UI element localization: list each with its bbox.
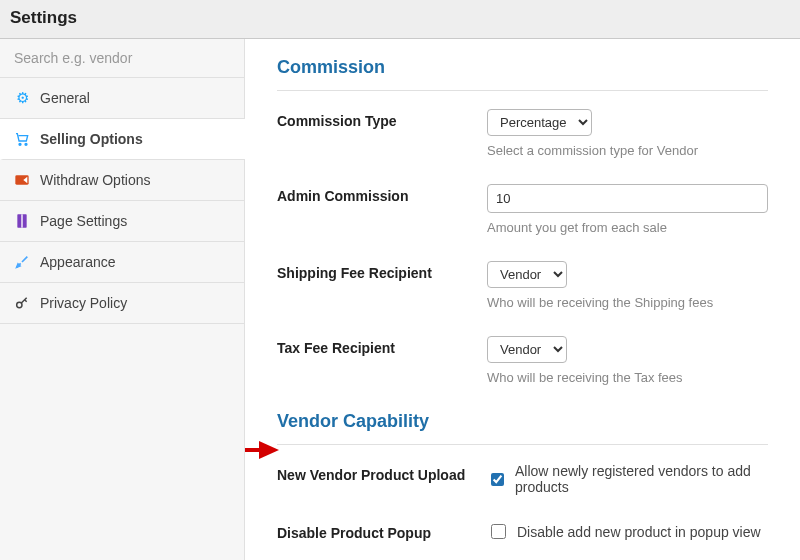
- svg-point-0: [19, 143, 21, 145]
- sidebar-item-label: General: [40, 90, 90, 106]
- checkbox-label: Allow newly registered vendors to add pr…: [515, 463, 768, 495]
- row-disable-product-popup: Disable Product Popup Disable add new pr…: [277, 521, 768, 542]
- sidebar-item-page-settings[interactable]: Page Settings: [0, 201, 244, 242]
- section-title: Vendor Capability: [277, 411, 768, 432]
- field-label: Shipping Fee Recipient: [277, 261, 487, 281]
- section-commission: Commission: [277, 57, 768, 91]
- disable-popup-checkbox[interactable]: [491, 524, 506, 539]
- section-title: Commission: [277, 57, 768, 78]
- sidebar-item-selling-options[interactable]: Selling Options: [0, 119, 245, 160]
- row-shipping-fee: Shipping Fee Recipient Vendor Who will b…: [277, 261, 768, 310]
- row-tax-fee: Tax Fee Recipient Vendor Who will be rec…: [277, 336, 768, 385]
- tax-fee-select[interactable]: Vendor: [487, 336, 567, 363]
- sidebar-item-appearance[interactable]: Appearance: [0, 242, 244, 283]
- svg-marker-7: [259, 441, 279, 459]
- page-title: Settings: [0, 0, 800, 38]
- sidebar-item-label: Privacy Policy: [40, 295, 127, 311]
- admin-commission-input[interactable]: [487, 184, 768, 213]
- field-desc: Amount you get from each sale: [487, 220, 768, 235]
- gear-icon: ⚙: [14, 90, 30, 106]
- settings-sidebar: Search e.g. vendor ⚙ General Selling Opt…: [0, 39, 245, 560]
- row-commission-type: Commission Type Percentage Select a comm…: [277, 109, 768, 158]
- settings-content: Commission Commission Type Percentage Se…: [245, 39, 800, 560]
- shipping-fee-select[interactable]: Vendor: [487, 261, 567, 288]
- new-vendor-upload-checkbox[interactable]: [491, 472, 504, 487]
- sidebar-item-label: Withdraw Options: [40, 172, 150, 188]
- field-label: New Vendor Product Upload: [277, 463, 487, 483]
- sidebar-item-general[interactable]: ⚙ General: [0, 78, 244, 119]
- field-label: Commission Type: [277, 109, 487, 129]
- sidebar-item-label: Appearance: [40, 254, 116, 270]
- sidebar-item-privacy-policy[interactable]: Privacy Policy: [0, 283, 244, 324]
- field-label: Disable Product Popup: [277, 521, 487, 541]
- brush-icon: [14, 254, 30, 270]
- svg-rect-4: [21, 214, 22, 227]
- svg-point-5: [17, 302, 22, 307]
- key-icon: [14, 295, 30, 311]
- field-label: Tax Fee Recipient: [277, 336, 487, 356]
- row-admin-commission: Admin Commission Amount you get from eac…: [277, 184, 768, 235]
- sidebar-item-withdraw-options[interactable]: Withdraw Options: [0, 160, 244, 201]
- checkbox-label: Disable add new product in popup view: [517, 524, 761, 540]
- withdraw-icon: [14, 172, 30, 188]
- field-desc: Who will be receiving the Tax fees: [487, 370, 768, 385]
- sidebar-item-label: Selling Options: [40, 131, 143, 147]
- svg-point-1: [25, 143, 27, 145]
- arrow-annotation: [245, 438, 279, 462]
- book-icon: [14, 213, 30, 229]
- field-desc: Select a commission type for Vendor: [487, 143, 768, 158]
- search-input[interactable]: Search e.g. vendor: [0, 39, 244, 78]
- field-desc: Who will be receiving the Shipping fees: [487, 295, 768, 310]
- cart-icon: [14, 131, 30, 147]
- settings-panel: Search e.g. vendor ⚙ General Selling Opt…: [0, 38, 800, 560]
- sidebar-item-label: Page Settings: [40, 213, 127, 229]
- row-new-vendor-upload: New Vendor Product Upload Allow newly re…: [277, 463, 768, 495]
- commission-type-select[interactable]: Percentage: [487, 109, 592, 136]
- field-label: Admin Commission: [277, 184, 487, 204]
- section-vendor-capability: Vendor Capability: [277, 411, 768, 445]
